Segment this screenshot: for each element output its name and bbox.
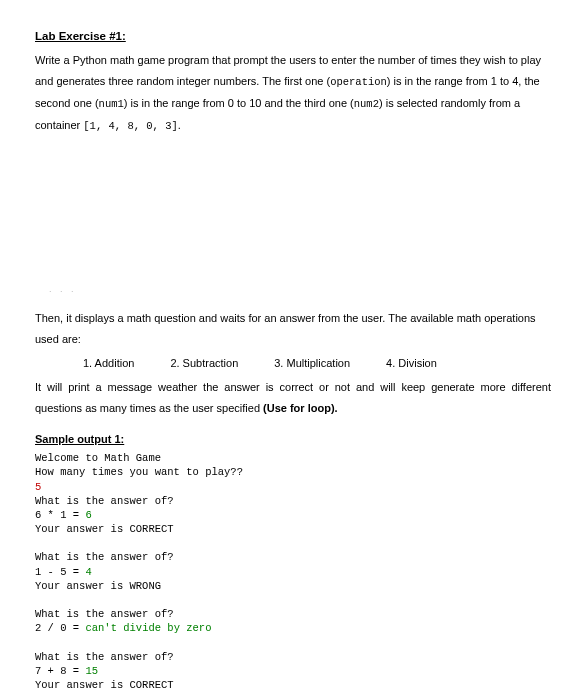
ellipsis-divider: . . . (49, 284, 551, 294)
sample-output-heading: Sample output 1: (35, 433, 551, 445)
code-line: What is the answer of? (35, 651, 174, 663)
p1-text-e: . (178, 119, 181, 131)
code-line: How many times you want to play?? (35, 466, 243, 478)
sample-output-block: Welcome to Math Game How many times you … (35, 451, 551, 700)
code-input: 5 (35, 481, 41, 493)
token-operation: operation (330, 76, 387, 88)
op-addition: 1. Addition (83, 357, 134, 369)
op-multiplication: 3. Multiplication (274, 357, 350, 369)
code-line: 2 / 0 = can't divide by zero (35, 622, 211, 634)
op-subtraction: 2. Subtraction (170, 357, 238, 369)
code-line: Your answer is WRONG (35, 580, 161, 592)
paragraph-2: Then, it displays a math question and wa… (35, 308, 551, 350)
p1-text-c: ) is in the range from 0 to 10 and the t… (124, 97, 354, 109)
token-num2: num2 (354, 98, 379, 110)
paragraph-1: Write a Python math game program that pr… (35, 50, 551, 137)
code-line: Your answer is CORRECT (35, 679, 174, 691)
code-answer: 6 (85, 509, 91, 521)
code-line: What is the answer of? (35, 551, 174, 563)
code-line: Your answer is CORRECT (35, 523, 174, 535)
code-line: Welcome to Math Game (35, 452, 161, 464)
code-line: 1 - 5 = 4 (35, 566, 92, 578)
exercise-title: Lab Exercise #1: (35, 30, 551, 42)
code-line: What is the answer of? (35, 495, 174, 507)
code-line: 7 + 8 = 15 (35, 665, 98, 677)
token-num1: num1 (99, 98, 124, 110)
paragraph-3: It will print a message weather the answ… (35, 377, 551, 419)
token-container: [1, 4, 8, 0, 3] (83, 120, 178, 132)
op-division: 4. Division (386, 357, 437, 369)
code-answer: 15 (85, 665, 98, 677)
code-line: 6 * 1 = 6 (35, 509, 92, 521)
code-answer: can't divide by zero (85, 622, 211, 634)
code-answer: 4 (85, 566, 91, 578)
code-line: What is the answer of? (35, 608, 174, 620)
spacer (35, 141, 551, 276)
p3-bold: (Use for loop). (263, 402, 338, 414)
operations-list: 1. Addition 2. Subtraction 3. Multiplica… (83, 357, 551, 369)
